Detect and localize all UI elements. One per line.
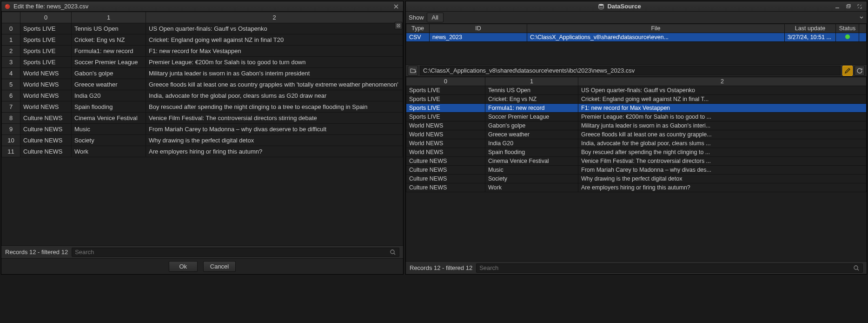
search-field[interactable] [479,264,853,271]
row-index[interactable]: 5 [2,79,20,90]
cell[interactable]: Society [72,135,146,146]
cell[interactable]: Sports LIVE [406,86,485,95]
cell[interactable]: Sports LIVE [20,23,72,34]
expand-columns-icon[interactable] [395,22,402,29]
col-status[interactable]: Status [836,24,859,33]
row-index[interactable]: 6 [2,90,20,101]
cell[interactable]: Are employers hiring or firing this autu… [146,146,403,157]
row-index[interactable]: 2 [2,46,20,57]
pv-col-2[interactable]: 2 [578,77,867,86]
maximize-icon[interactable] [855,2,864,11]
cell[interactable]: Sports LIVE [406,104,485,113]
cell[interactable]: From Mariah Carey to Madonna – why divas… [578,166,867,175]
table-row[interactable]: World NEWS Spain flooding Boy rescued af… [406,148,867,157]
row-index[interactable]: 1 [2,34,20,46]
cell[interactable]: Soccer Premier League [72,57,146,68]
cell[interactable]: Premier League: €200m for Salah is too g… [146,57,403,68]
pv-col-1[interactable]: 1 [485,77,578,86]
table-row[interactable]: 3 Sports LIVE Soccer Premier League Prem… [2,57,403,68]
cell[interactable]: Tennis US Open [72,23,146,34]
table-row[interactable]: Sports LIVE Formula1: new record F1: new… [406,104,867,113]
pv-col-0[interactable]: 0 [406,77,485,86]
restore-icon[interactable] [844,2,853,11]
cell[interactable]: Boy rescued after spending the night cli… [578,148,867,157]
cell[interactable]: From Mariah Carey to Madonna – why divas… [146,124,403,135]
row-index[interactable]: 7 [2,101,20,113]
cell[interactable]: Greece floods kill at least one as count… [578,130,867,139]
close-icon[interactable] [392,2,400,11]
table-row[interactable]: World NEWS Greece weather Greece floods … [406,130,867,139]
ok-button[interactable]: Ok [169,261,198,272]
table-row[interactable]: 2 Sports LIVE Formula1: new record F1: n… [2,46,403,57]
col-header-0[interactable]: 0 [20,12,72,23]
cell[interactable]: Culture NEWS [20,135,72,146]
cell[interactable]: World NEWS [406,139,485,148]
cell[interactable]: US Open quarter-finals: Gauff vs Ostapen… [578,86,867,95]
cell[interactable]: World NEWS [406,121,485,130]
cell[interactable]: Music [485,166,578,175]
cell[interactable]: World NEWS [20,90,72,101]
col-type[interactable]: Type [406,24,430,33]
cell[interactable]: Sports LIVE [406,113,485,121]
table-row[interactable]: World NEWS India G20 India, advocate for… [406,139,867,148]
chevron-down-icon[interactable] [859,15,864,20]
cell[interactable]: Why drawing is the perfect digital detox [578,175,867,183]
search-icon[interactable] [390,249,396,256]
cell[interactable]: Gabon's golpe [485,121,578,130]
cell[interactable]: India G20 [485,139,578,148]
cell[interactable]: Premier League: €200m for Salah is too g… [578,113,867,121]
cell[interactable]: World NEWS [406,130,485,139]
cell[interactable]: Formula1: new record [72,46,146,57]
cell[interactable]: World NEWS [20,101,72,113]
cell[interactable]: Soccer Premier League [485,113,578,121]
open-file-icon[interactable] [408,66,418,76]
table-row[interactable]: Culture NEWS Work Are employers hiring o… [406,183,867,192]
cell[interactable]: Sports LIVE [406,95,485,104]
cell[interactable]: Greece weather [72,79,146,90]
cell[interactable]: Culture NEWS [20,124,72,135]
row-index[interactable]: 11 [2,146,20,157]
cell[interactable]: Are employers hiring or firing this autu… [578,183,867,192]
refresh-icon[interactable] [855,66,865,76]
row-index[interactable]: 0 [2,23,20,34]
col-header-2[interactable]: 2 [146,12,403,23]
row-index[interactable]: 8 [2,113,20,124]
table-row[interactable]: Culture NEWS Music From Mariah Carey to … [406,166,867,175]
cell[interactable]: Music [72,124,146,135]
cell[interactable]: Sports LIVE [20,46,72,57]
table-row[interactable]: 9 Culture NEWS Music From Mariah Carey t… [2,124,403,135]
edit-icon[interactable] [842,66,853,76]
cell[interactable]: Sports LIVE [20,34,72,46]
table-row[interactable]: Culture NEWS Cinema Venice Festival Veni… [406,157,867,166]
cell[interactable]: Cricket: Eng vs NZ [485,95,578,104]
table-row[interactable]: 5 World NEWS Greece weather Greece flood… [2,79,403,90]
cell[interactable]: World NEWS [406,148,485,157]
datasource-list[interactable]: Type ID File Last update Status CSV news… [406,24,867,65]
table-row[interactable]: World NEWS Gabon's golpe Military junta … [406,121,867,130]
cell[interactable]: Boy rescued after spending the night cli… [146,101,403,113]
search-field[interactable] [75,249,390,256]
cell[interactable]: Spain flooding [72,101,146,113]
cell[interactable]: India, advocate for the global poor, cle… [578,139,867,148]
cell[interactable]: Culture NEWS [20,113,72,124]
table-row[interactable]: 8 Culture NEWS Cinema Venice Festival Ve… [2,113,403,124]
cell[interactable]: Culture NEWS [406,175,485,183]
search-input[interactable] [72,248,399,257]
edit-grid[interactable]: 0 1 2 0 Sports LIVE Tennis US Open US Op… [1,12,403,245]
cell[interactable]: Culture NEWS [406,183,485,192]
cell[interactable]: Tennis US Open [485,86,578,95]
cell[interactable]: Greece weather [485,130,578,139]
table-row[interactable]: Culture NEWS Society Why drawing is the … [406,175,867,183]
col-id[interactable]: ID [430,24,527,33]
cell[interactable]: Culture NEWS [406,166,485,175]
table-row[interactable]: Sports LIVE Soccer Premier League Premie… [406,113,867,121]
cell[interactable]: Why drawing is the perfect digital detox [146,135,403,146]
cancel-button[interactable]: Cancel [203,261,236,272]
table-row[interactable]: 1 Sports LIVE Cricket: Eng vs NZ Cricket… [2,34,403,46]
cell[interactable]: Culture NEWS [406,157,485,166]
row-index[interactable]: 4 [2,68,20,79]
table-row[interactable]: 11 Culture NEWS Work Are employers hirin… [2,146,403,157]
minimize-icon[interactable] [833,2,841,11]
cell[interactable]: Cricket: England going well against NZ i… [578,95,867,104]
table-row[interactable]: 7 World NEWS Spain flooding Boy rescued … [2,101,403,113]
